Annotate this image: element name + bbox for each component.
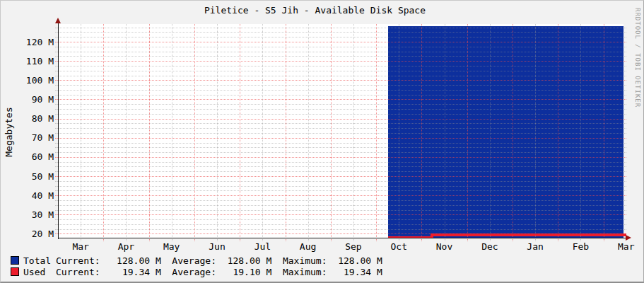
gridline-minor-h xyxy=(55,28,626,28)
gridline-minor-h xyxy=(55,229,626,230)
x-tick-label: Sep xyxy=(331,241,376,252)
gridline-major-h xyxy=(55,80,626,81)
legend: Total Current: 128.00 M Average: 128.00 … xyxy=(11,255,382,277)
gridline-major-h xyxy=(55,61,626,62)
gridline-major-v xyxy=(331,24,332,241)
gridline-minor-h xyxy=(55,66,626,67)
x-tick-label: Mar xyxy=(604,241,644,252)
x-tick-label: Nov xyxy=(422,241,467,252)
gridline-minor-h xyxy=(55,109,626,110)
gridline-minor-h xyxy=(55,90,626,91)
y-tick-label: 80 M xyxy=(4,113,54,124)
gridline-minor-h xyxy=(55,76,626,76)
gridline-minor-h xyxy=(55,143,626,144)
gridline-major-v xyxy=(604,24,604,241)
y-tick-label: 90 M xyxy=(4,94,54,105)
gridline-minor-h xyxy=(55,166,626,167)
gridline-major-h xyxy=(55,119,626,120)
gridline-minor-v xyxy=(262,24,263,241)
gridline-minor-h xyxy=(55,123,626,124)
y-tick-label: 20 M xyxy=(4,229,54,239)
gridline-minor-v xyxy=(490,24,491,241)
gridline-minor-h xyxy=(55,224,626,225)
gridline-minor-h xyxy=(55,133,626,134)
rrdtool-watermark: RRDTOOL / TOBI OETIKER xyxy=(634,8,641,108)
rrdtool-graph: Piletice - S5 Jih - Available Disk Space… xyxy=(0,0,644,283)
gridline-major-h xyxy=(55,138,626,139)
x-axis-arrow-icon xyxy=(626,235,631,241)
gridline-minor-v xyxy=(580,24,581,241)
gridline-minor-h xyxy=(55,205,626,206)
gridline-minor-h xyxy=(55,171,626,172)
gridline-minor-h xyxy=(55,210,626,211)
graph-title: Piletice - S5 Jih - Available Disk Space xyxy=(1,5,629,16)
gridline-minor-v xyxy=(81,24,81,241)
y-tick-label: 110 M xyxy=(4,56,54,67)
gridline-minor-h xyxy=(55,147,626,148)
gridline-major-v xyxy=(103,24,104,241)
gridline-minor-h xyxy=(55,200,626,201)
gridline-minor-h xyxy=(55,47,626,47)
gridline-minor-v xyxy=(535,24,536,241)
legend-used-label: Used xyxy=(23,267,56,277)
gridline-minor-v xyxy=(217,24,218,241)
y-axis-line xyxy=(58,21,59,239)
y-tick-label: 60 M xyxy=(4,151,54,162)
used-swatch-icon xyxy=(11,267,19,276)
x-tick-label: Aug xyxy=(286,241,331,252)
gridline-minor-v xyxy=(445,24,445,241)
gridline-major-h xyxy=(55,99,626,100)
gridline-major-v xyxy=(240,24,240,241)
legend-total-label: Total xyxy=(23,255,56,266)
legend-row-total: Total Current: 128.00 M Average: 128.00 … xyxy=(11,255,382,266)
gridline-minor-h xyxy=(55,95,626,96)
gridline-minor-h xyxy=(55,181,626,182)
gridline-major-h xyxy=(55,214,626,215)
gridline-minor-h xyxy=(55,114,626,115)
gridline-major-v xyxy=(286,24,286,241)
y-tick-label: 70 M xyxy=(4,132,54,143)
y-tick-label: 50 M xyxy=(4,171,54,182)
x-tick-label: Feb xyxy=(558,241,603,252)
y-tick-label: 120 M xyxy=(4,37,54,47)
gridline-minor-h xyxy=(55,37,626,37)
gridline-minor-h xyxy=(55,219,626,220)
x-tick-label: May xyxy=(149,241,194,252)
gridline-major-v xyxy=(149,24,150,241)
gridline-minor-v xyxy=(399,24,399,241)
total-area xyxy=(388,26,623,238)
gridline-minor-h xyxy=(55,128,626,129)
gridline-major-v xyxy=(513,24,513,241)
gridline-minor-h xyxy=(55,56,626,57)
x-tick-label: Apr xyxy=(103,241,148,252)
x-tick-label: Mar xyxy=(58,241,103,252)
gridline-minor-h xyxy=(55,71,626,71)
total-swatch-icon xyxy=(11,256,19,265)
y-tick-label: 100 M xyxy=(4,75,54,86)
x-tick-label: Dec xyxy=(467,241,513,252)
plot-area xyxy=(58,24,623,238)
gridline-minor-v xyxy=(353,24,354,241)
gridline-major-v xyxy=(376,24,377,241)
gridline-major-v xyxy=(558,24,558,241)
gridline-major-h xyxy=(55,233,626,234)
gridline-major-v xyxy=(421,24,422,241)
x-tick-label: Jul xyxy=(240,241,285,252)
gridline-minor-v xyxy=(308,24,309,241)
gridline-major-h xyxy=(55,195,626,196)
gridline-major-v xyxy=(194,24,195,241)
gridline-minor-v xyxy=(126,24,127,241)
gridline-minor-h xyxy=(55,186,626,187)
legend-total-stats: Current: 128.00 M Average: 128.00 M Maxi… xyxy=(56,255,382,266)
y-tick-label: 40 M xyxy=(4,190,54,201)
gridline-minor-h xyxy=(55,152,626,153)
y-axis-arrow-icon xyxy=(55,18,61,23)
gridline-minor-h xyxy=(55,32,626,33)
gridline-major-h xyxy=(55,157,626,158)
legend-row-used: Used Current: 19.34 M Average: 19.10 M M… xyxy=(11,266,382,277)
gridline-major-v xyxy=(467,24,468,241)
gridline-minor-h xyxy=(55,104,626,105)
y-tick-label: 30 M xyxy=(4,209,54,220)
gridline-major-h xyxy=(55,42,626,42)
x-tick-label: Jun xyxy=(194,241,240,252)
